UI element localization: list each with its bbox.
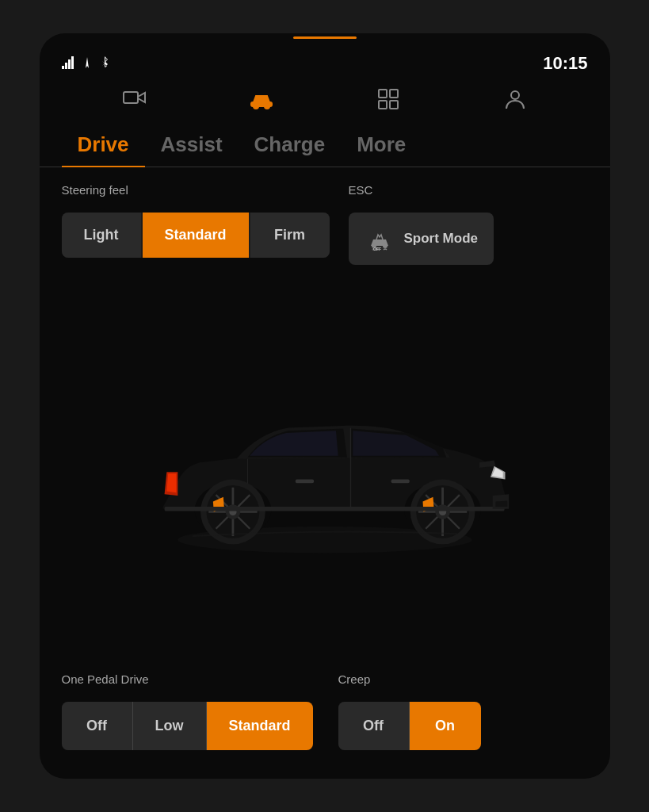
svg-rect-36 bbox=[164, 507, 504, 511]
upper-controls-row: Steering feel Light Standard Firm ESC bbox=[62, 183, 588, 265]
status-left bbox=[62, 56, 109, 71]
opd-off-btn[interactable]: Off bbox=[62, 702, 133, 750]
creep-button-group: Off On bbox=[338, 702, 481, 750]
bottom-controls: One Pedal Drive Off Low Standard Creep O… bbox=[62, 672, 588, 763]
svg-rect-5 bbox=[390, 90, 398, 98]
svg-rect-4 bbox=[379, 90, 387, 98]
tab-charge[interactable]: Charge bbox=[239, 126, 342, 167]
svg-rect-6 bbox=[379, 101, 387, 109]
steering-feel-label: Steering feel bbox=[62, 183, 330, 197]
opd-low-btn[interactable]: Low bbox=[133, 702, 207, 750]
svg-rect-35 bbox=[295, 479, 313, 483]
status-bar: 10:15 bbox=[40, 39, 610, 80]
car-display bbox=[62, 278, 588, 672]
signal-icon bbox=[62, 56, 74, 71]
tab-more[interactable]: More bbox=[341, 126, 422, 167]
car-nav-icon[interactable] bbox=[249, 86, 274, 117]
one-pedal-drive-group: One Pedal Drive Off Low Standard bbox=[62, 672, 313, 750]
bluetooth-icon bbox=[100, 56, 109, 71]
steering-feel-group: Steering feel Light Standard Firm bbox=[62, 183, 330, 265]
steering-button-group: Light Standard Firm bbox=[62, 213, 330, 258]
car-image bbox=[119, 393, 531, 557]
creep-on-btn[interactable]: On bbox=[410, 702, 481, 750]
steering-standard-btn[interactable]: Standard bbox=[143, 213, 249, 258]
svg-point-2 bbox=[254, 104, 258, 109]
esc-group: ESC OFF bbox=[349, 183, 494, 265]
navigation-icon bbox=[81, 56, 94, 71]
nav-icons-bar bbox=[40, 80, 610, 126]
camera-nav-icon[interactable] bbox=[122, 86, 147, 117]
tab-assist[interactable]: Assist bbox=[145, 126, 239, 167]
svg-rect-34 bbox=[391, 479, 409, 483]
svg-point-8 bbox=[511, 91, 519, 99]
esc-label: ESC bbox=[349, 183, 494, 197]
bottom-controls-row: One Pedal Drive Off Low Standard Creep O… bbox=[62, 672, 588, 750]
tab-bar: Drive Assist Charge More bbox=[40, 126, 610, 167]
apps-nav-icon[interactable] bbox=[376, 86, 401, 117]
svg-point-10 bbox=[383, 243, 387, 248]
main-content: Steering feel Light Standard Firm ESC bbox=[40, 167, 610, 779]
esc-sport-mode-btn[interactable]: OFF Sport Mode bbox=[349, 213, 494, 265]
svg-rect-7 bbox=[390, 101, 398, 109]
top-indicator bbox=[40, 33, 610, 39]
opd-standard-btn[interactable]: Standard bbox=[207, 702, 313, 750]
steering-firm-btn[interactable]: Firm bbox=[250, 213, 330, 258]
esc-sport-mode-label: Sport Mode bbox=[404, 231, 479, 247]
svg-text:OFF: OFF bbox=[373, 247, 381, 251]
creep-label: Creep bbox=[338, 672, 481, 686]
svg-point-3 bbox=[265, 104, 269, 109]
esc-car-icon: OFF bbox=[365, 224, 395, 254]
creep-off-btn[interactable]: Off bbox=[338, 702, 410, 750]
profile-nav-icon[interactable] bbox=[502, 86, 528, 117]
creep-group: Creep Off On bbox=[338, 672, 481, 750]
svg-rect-0 bbox=[124, 92, 138, 103]
one-pedal-button-group: Off Low Standard bbox=[62, 702, 313, 750]
steering-light-btn[interactable]: Light bbox=[62, 213, 141, 258]
tab-drive[interactable]: Drive bbox=[62, 126, 145, 167]
one-pedal-drive-label: One Pedal Drive bbox=[62, 672, 313, 686]
main-screen: 10:15 bbox=[40, 33, 610, 779]
time-display: 10:15 bbox=[543, 53, 587, 74]
